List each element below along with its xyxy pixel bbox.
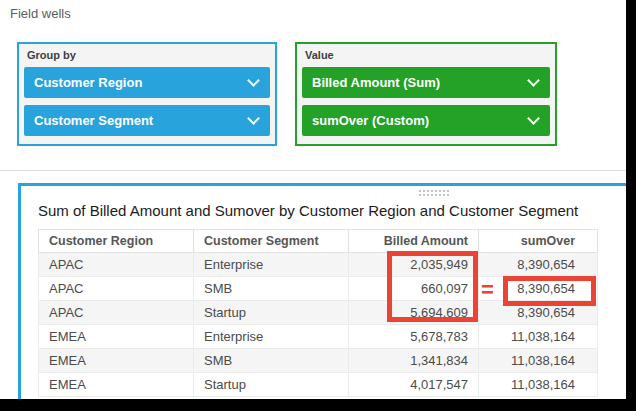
value-well: Value Billed Amount (Sum) sumOver (Custo… — [295, 42, 557, 146]
cell-billed-amount: 5,678,783 — [349, 325, 479, 349]
dropdown-customer-region[interactable]: Customer Region — [24, 67, 270, 98]
table-row: APAC SMB 660,097 8,390,654 — [39, 277, 598, 301]
cell-segment: Enterprise — [194, 253, 349, 277]
dropdown-customer-segment-label: Customer Segment — [34, 113, 153, 128]
table-visual-panel[interactable]: Sum of Billed Amount and Sumover by Cust… — [18, 183, 626, 399]
chevron-down-icon — [247, 74, 260, 87]
dropdown-customer-region-label: Customer Region — [34, 75, 142, 90]
dropdown-billed-amount[interactable]: Billed Amount (Sum) — [302, 67, 550, 98]
cell-sumover: 8,390,654 — [479, 253, 598, 277]
cell-billed-amount: 1,341,834 — [349, 349, 479, 373]
cell-region: EMEA — [39, 349, 194, 373]
cell-region: APAC — [39, 301, 194, 325]
chevron-down-icon — [247, 112, 260, 125]
cell-billed-amount: 5,694,609 — [349, 301, 479, 325]
cell-segment: Startup — [194, 301, 349, 325]
value-label: Value — [305, 49, 334, 61]
cell-billed-amount: 2,035,949 — [349, 253, 479, 277]
cell-sumover: 11,038,164 — [479, 325, 598, 349]
drag-handle-icon[interactable] — [418, 189, 451, 196]
table-row: EMEA Startup 4,017,547 11,038,164 — [39, 373, 598, 397]
group-by-label: Group by — [27, 49, 76, 61]
cell-region: APAC — [39, 277, 194, 301]
page-title: Field wells — [10, 6, 71, 21]
column-header-billed-amount[interactable]: Billed Amount — [349, 230, 479, 253]
field-wells-pane: Field wells Group by Customer Region Cus… — [0, 0, 626, 399]
chevron-down-icon — [527, 112, 540, 125]
table-row: APAC Enterprise 2,035,949 8,390,654 — [39, 253, 598, 277]
cell-sumover: 8,390,654 — [479, 301, 598, 325]
cell-region: EMEA — [39, 373, 194, 397]
cell-region: EMEA — [39, 325, 194, 349]
cell-billed-amount: 660,097 — [349, 277, 479, 301]
cell-segment: SMB — [194, 349, 349, 373]
cell-sumover: 11,038,164 — [479, 373, 598, 397]
dropdown-customer-segment[interactable]: Customer Segment — [24, 105, 270, 136]
dropdown-sumover[interactable]: sumOver (Custom) — [302, 105, 550, 136]
cell-sumover: 11,038,164 — [479, 349, 598, 373]
table-header-row: Customer Region Customer Segment Billed … — [39, 230, 598, 253]
dropdown-sumover-label: sumOver (Custom) — [312, 113, 429, 128]
chevron-down-icon — [527, 74, 540, 87]
cell-segment: Startup — [194, 373, 349, 397]
table-row: EMEA SMB 1,341,834 11,038,164 — [39, 349, 598, 373]
column-header-customer-region[interactable]: Customer Region — [39, 230, 194, 253]
cell-billed-amount: 4,017,547 — [349, 373, 479, 397]
cell-segment: SMB — [194, 277, 349, 301]
pivot-table: Customer Region Customer Segment Billed … — [38, 229, 598, 397]
section-divider — [0, 170, 626, 171]
table-row: EMEA Enterprise 5,678,783 11,038,164 — [39, 325, 598, 349]
cell-sumover: 8,390,654 — [479, 277, 598, 301]
screenshot-frame: Field wells Group by Customer Region Cus… — [0, 0, 636, 411]
table-row: APAC Startup 5,694,609 8,390,654 — [39, 301, 598, 325]
cell-region: APAC — [39, 253, 194, 277]
visual-title: Sum of Billed Amount and Sumover by Cust… — [38, 202, 578, 219]
column-header-sumover[interactable]: sumOver — [479, 230, 598, 253]
dropdown-billed-amount-label: Billed Amount (Sum) — [312, 75, 440, 90]
group-by-well: Group by Customer Region Customer Segmen… — [17, 42, 277, 146]
column-header-customer-segment[interactable]: Customer Segment — [194, 230, 349, 253]
cell-segment: Enterprise — [194, 325, 349, 349]
